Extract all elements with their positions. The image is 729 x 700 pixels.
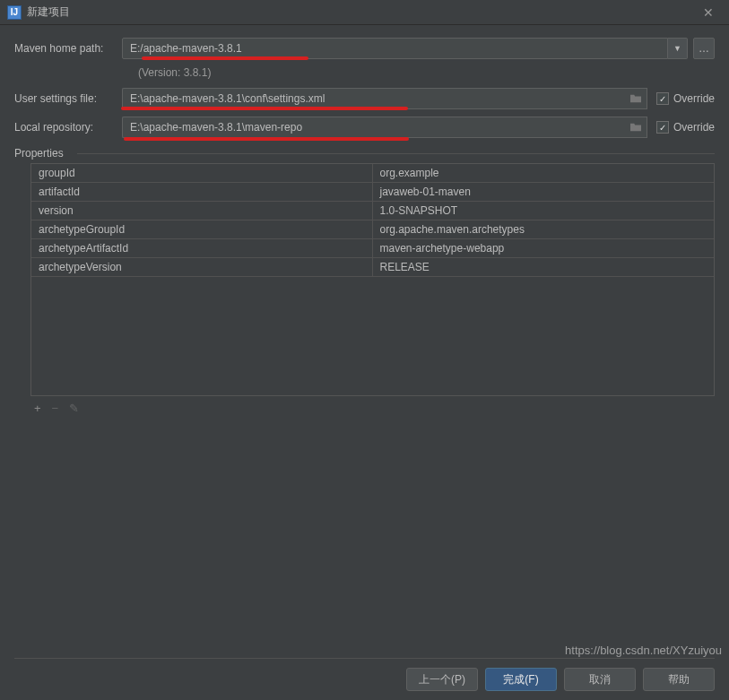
close-icon[interactable]: ✕ <box>695 5 722 20</box>
folder-icon <box>629 93 642 104</box>
property-key: groupId <box>31 164 373 182</box>
maven-home-row: Maven home path: E:/apache-maven-3.8.1 ▼… <box>14 38 715 59</box>
local-repo-row: Local repository: E:\apache-maven-3.8.1\… <box>14 117 715 138</box>
properties-section-title: Properties <box>14 147 715 160</box>
table-row[interactable]: groupIdorg.example <box>31 164 714 183</box>
annotation-underline-1 <box>142 56 308 60</box>
user-settings-label: User settings file: <box>14 92 122 105</box>
property-key: archetypeArtifactId <box>31 239 373 257</box>
local-repo-browse-icon[interactable] <box>626 117 647 138</box>
properties-table[interactable]: groupIdorg.exampleartifactIdjavaweb-01-m… <box>30 163 715 396</box>
property-key: artifactId <box>31 183 373 201</box>
annotation-underline-2 <box>121 107 408 110</box>
maven-home-browse-button[interactable]: … <box>693 38 715 59</box>
local-repo-label: Local repository: <box>14 121 122 134</box>
property-key: archetypeGroupId <box>31 220 373 238</box>
finish-button[interactable]: 完成(F) <box>485 668 557 691</box>
maven-home-dropdown-icon[interactable]: ▼ <box>668 38 688 59</box>
property-value: RELEASE <box>373 258 715 276</box>
properties-toolbar: + − ✎ <box>30 396 715 420</box>
dialog-footer: 上一个(P) 完成(F) 取消 帮助 <box>14 658 715 691</box>
property-value: org.example <box>373 164 715 182</box>
property-value: maven-archetype-webapp <box>373 239 715 257</box>
titlebar: IJ 新建项目 ✕ <box>0 0 729 25</box>
table-row[interactable]: archetypeGroupIdorg.apache.maven.archety… <box>31 220 714 239</box>
annotation-underline-3 <box>124 137 409 141</box>
property-value: org.apache.maven.archetypes <box>373 220 715 238</box>
window-title: 新建项目 <box>27 4 70 20</box>
table-row[interactable]: archetypeVersionRELEASE <box>31 258 714 277</box>
intellij-icon: IJ <box>7 5 22 20</box>
maven-home-label: Maven home path: <box>14 42 122 55</box>
table-row[interactable]: artifactIdjavaweb-01-maven <box>31 183 714 202</box>
maven-version-text: (Version: 3.8.1) <box>138 66 715 79</box>
watermark-text: https://blog.csdn.net/XYzuiyou <box>565 644 722 657</box>
table-row[interactable]: archetypeArtifactIdmaven-archetype-webap… <box>31 239 714 258</box>
previous-button[interactable]: 上一个(P) <box>406 668 478 691</box>
user-settings-browse-icon[interactable] <box>626 88 647 109</box>
folder-icon <box>629 122 642 133</box>
local-repo-input[interactable]: E:\apache-maven-3.8.1\maven-repo <box>122 117 626 138</box>
property-key: archetypeVersion <box>31 258 373 276</box>
local-repo-override-checkbox[interactable]: ✓ <box>656 121 669 134</box>
add-property-button[interactable]: + <box>34 402 41 415</box>
user-settings-override-label: Override <box>673 92 715 105</box>
edit-property-button[interactable]: ✎ <box>69 402 79 415</box>
table-row[interactable]: version1.0-SNAPSHOT <box>31 202 714 220</box>
remove-property-button[interactable]: − <box>52 402 59 415</box>
property-value: 1.0-SNAPSHOT <box>373 202 715 220</box>
user-settings-override-checkbox[interactable]: ✓ <box>656 92 669 105</box>
local-repo-override-label: Override <box>673 121 715 134</box>
cancel-button[interactable]: 取消 <box>564 668 636 691</box>
help-button[interactable]: 帮助 <box>643 668 715 691</box>
property-key: version <box>31 202 373 220</box>
property-value: javaweb-01-maven <box>373 183 715 201</box>
